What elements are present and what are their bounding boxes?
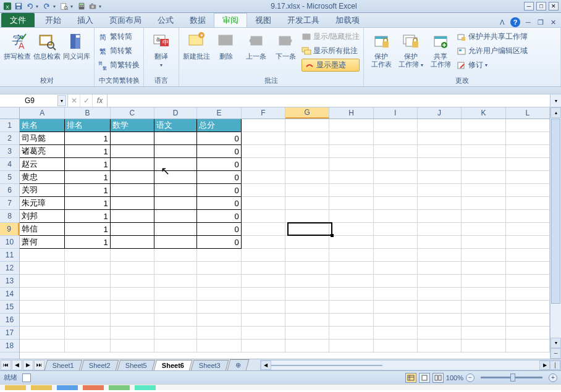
cell[interactable] <box>506 340 550 352</box>
cell[interactable] <box>374 197 418 210</box>
cell[interactable] <box>462 249 505 262</box>
sheet-tab-Sheet1[interactable]: Sheet1 <box>44 360 82 370</box>
hscroll-right[interactable]: ▶ <box>539 361 550 370</box>
cell[interactable]: 1 <box>65 197 110 210</box>
name-box[interactable]: G9▾ <box>0 94 68 107</box>
tab-addins[interactable]: 加载项 <box>327 13 368 27</box>
cell[interactable] <box>65 314 110 327</box>
col-header-I[interactable]: I <box>374 107 418 119</box>
cell[interactable]: 黄忠 <box>20 171 65 184</box>
cell[interactable] <box>197 262 241 275</box>
cell[interactable] <box>154 236 197 249</box>
cell[interactable] <box>374 210 418 223</box>
cell[interactable]: 0 <box>197 158 241 171</box>
sheet-tab-Sheet6[interactable]: Sheet6 <box>153 360 192 370</box>
cell[interactable] <box>374 262 418 275</box>
cell[interactable] <box>506 197 550 210</box>
cell[interactable] <box>111 301 154 314</box>
cell[interactable] <box>154 210 197 223</box>
cell[interactable] <box>418 236 462 249</box>
cell[interactable] <box>418 184 462 197</box>
col-header-G[interactable]: G <box>285 107 329 119</box>
cell[interactable] <box>154 249 197 262</box>
thesaurus-button[interactable]: 同义词库 <box>63 30 90 60</box>
cell[interactable] <box>329 223 373 236</box>
cell[interactable] <box>285 314 329 327</box>
cell[interactable] <box>154 275 197 288</box>
col-header-E[interactable]: E <box>197 107 241 119</box>
cell[interactable] <box>154 314 197 327</box>
tab-pagelayout[interactable]: 页面布局 <box>101 13 150 27</box>
cell[interactable] <box>506 184 550 197</box>
cell[interactable] <box>197 314 241 327</box>
cell[interactable]: 0 <box>197 210 241 223</box>
cell[interactable] <box>154 184 197 197</box>
row-header-9[interactable]: 9 <box>0 223 19 236</box>
cell[interactable] <box>242 171 285 184</box>
cell[interactable] <box>154 288 197 301</box>
share-workbook-button[interactable]: 共享 工作簿 <box>427 30 454 69</box>
row-header-15[interactable]: 15 <box>0 301 19 314</box>
track-changes-button[interactable]: 修订 ▾ <box>457 59 528 72</box>
cell[interactable] <box>285 223 329 236</box>
cell[interactable] <box>154 132 197 145</box>
cell[interactable] <box>285 262 329 275</box>
close-button[interactable]: ✕ <box>549 2 559 10</box>
row-header-8[interactable]: 8 <box>0 210 19 223</box>
cell[interactable] <box>329 327 373 340</box>
cell[interactable] <box>506 262 550 275</box>
cell[interactable] <box>285 197 329 210</box>
scroll-down-button[interactable]: ▾ <box>550 338 561 348</box>
cell[interactable] <box>418 132 462 145</box>
cell[interactable] <box>329 210 373 223</box>
cell[interactable] <box>242 223 285 236</box>
show-ink-button[interactable]: 显示墨迹 <box>302 59 360 72</box>
cell[interactable]: 0 <box>197 223 241 236</box>
cell[interactable] <box>506 171 550 184</box>
formula-input[interactable] <box>108 94 550 107</box>
new-sheet-button[interactable]: ⊕ <box>227 359 249 370</box>
cell[interactable] <box>111 184 154 197</box>
trad-to-simp-button[interactable]: 繁简转繁 <box>98 44 140 57</box>
cell[interactable]: 萧何 <box>20 236 65 249</box>
formula-expand[interactable]: ▾ <box>550 94 561 107</box>
cell[interactable]: 1 <box>65 236 110 249</box>
sheet-tab-Sheet3[interactable]: Sheet3 <box>190 360 228 370</box>
cell[interactable] <box>111 236 154 249</box>
cell[interactable]: 0 <box>197 171 241 184</box>
cell[interactable] <box>462 314 505 327</box>
cell[interactable]: 赵云 <box>20 158 65 171</box>
cell[interactable] <box>285 210 329 223</box>
row-header-1[interactable]: 1 <box>0 119 19 132</box>
tab-formulas[interactable]: 公式 <box>150 13 182 27</box>
fill-handle[interactable] <box>331 234 334 237</box>
cell[interactable] <box>65 275 110 288</box>
cell[interactable]: 1 <box>65 223 110 236</box>
row-header-16[interactable]: 16 <box>0 314 19 327</box>
cell[interactable] <box>418 288 462 301</box>
cell[interactable] <box>197 249 241 262</box>
col-header-H[interactable]: H <box>329 107 373 119</box>
cell[interactable] <box>506 145 550 158</box>
cell[interactable]: 1 <box>65 158 110 171</box>
cell[interactable] <box>462 327 505 340</box>
cell[interactable] <box>329 119 373 132</box>
macro-record-icon[interactable] <box>22 373 31 382</box>
protect-workbook-button[interactable]: 保护 工作簿 ▾ <box>397 30 424 69</box>
camera-icon[interactable] <box>88 1 98 11</box>
col-header-J[interactable]: J <box>418 107 462 119</box>
cell[interactable]: 刘邦 <box>20 210 65 223</box>
cell[interactable]: 关羽 <box>20 184 65 197</box>
vscroll-split[interactable]: ─ <box>550 348 561 359</box>
cell[interactable] <box>111 210 154 223</box>
cell[interactable] <box>65 262 110 275</box>
cell[interactable] <box>462 119 505 132</box>
cell[interactable] <box>462 132 505 145</box>
row-header-3[interactable]: 3 <box>0 145 19 158</box>
cell[interactable] <box>462 158 505 171</box>
cell[interactable] <box>506 119 550 132</box>
cell[interactable] <box>242 275 285 288</box>
save-icon[interactable] <box>14 1 23 11</box>
cell[interactable]: 1 <box>65 184 110 197</box>
cell[interactable] <box>65 340 110 352</box>
